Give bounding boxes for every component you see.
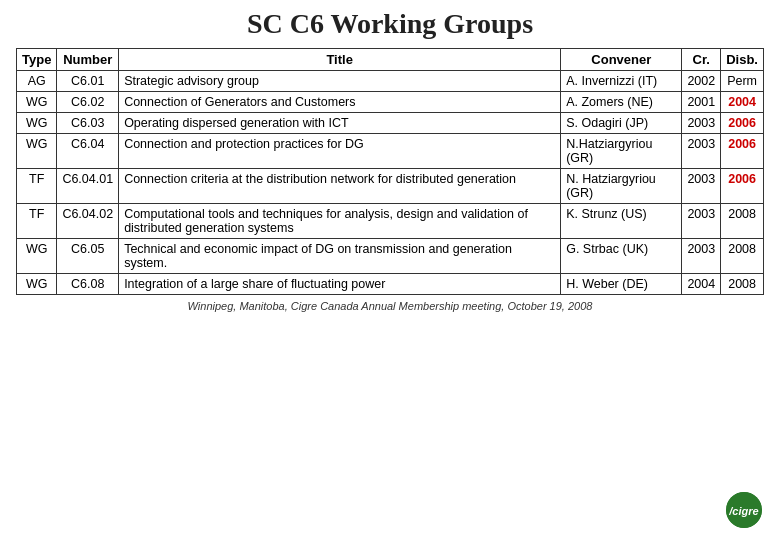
cell-type: TF — [17, 204, 57, 239]
cell-type: TF — [17, 169, 57, 204]
col-number: Number — [57, 49, 119, 71]
cell-disb: 2008 — [721, 274, 764, 295]
table-row: WGC6.05Technical and economic impact of … — [17, 239, 764, 274]
cell-type: WG — [17, 113, 57, 134]
footer-text: Winnipeg, Manitoba, Cigre Canada Annual … — [16, 300, 764, 312]
cell-convener: A. Zomers (NE) — [561, 92, 682, 113]
col-convener: Convener — [561, 49, 682, 71]
cell-number: C6.03 — [57, 113, 119, 134]
working-groups-table: Type Number Title Convener Cr. Disb. AGC… — [16, 48, 764, 295]
cell-disb: 2006 — [721, 113, 764, 134]
logo-circle: /cigre — [726, 492, 762, 528]
table-row: TFC6.04.02Computational tools and techni… — [17, 204, 764, 239]
cell-title: Connection criteria at the distribution … — [119, 169, 561, 204]
col-disb: Disb. — [721, 49, 764, 71]
cell-cr: 2003 — [682, 134, 721, 169]
cell-cr: 2003 — [682, 239, 721, 274]
cell-number: C6.04.02 — [57, 204, 119, 239]
cell-cr: 2001 — [682, 92, 721, 113]
cell-number: C6.01 — [57, 71, 119, 92]
col-cr: Cr. — [682, 49, 721, 71]
cell-convener: N.Hatziargyriou (GR) — [561, 134, 682, 169]
page-wrapper: SC C6 Working Groups Type Number Title C… — [0, 0, 780, 540]
cell-disb: 2008 — [721, 239, 764, 274]
cell-disb: 2008 — [721, 204, 764, 239]
table-row: WGC6.03Operating dispersed generation wi… — [17, 113, 764, 134]
cell-title: Operating dispersed generation with ICT — [119, 113, 561, 134]
cell-cr: 2002 — [682, 71, 721, 92]
table-row: TFC6.04.01Connection criteria at the dis… — [17, 169, 764, 204]
svg-text:/cigre: /cigre — [728, 505, 758, 517]
cell-number: C6.02 — [57, 92, 119, 113]
table-row: WGC6.04Connection and protection practic… — [17, 134, 764, 169]
cell-title: Strategic advisory group — [119, 71, 561, 92]
cell-number: C6.04.01 — [57, 169, 119, 204]
cell-title: Computational tools and techniques for a… — [119, 204, 561, 239]
cell-disb: 2006 — [721, 134, 764, 169]
table-header-row: Type Number Title Convener Cr. Disb. — [17, 49, 764, 71]
cell-type: WG — [17, 274, 57, 295]
page-title: SC C6 Working Groups — [16, 8, 764, 40]
cell-type: AG — [17, 71, 57, 92]
cell-number: C6.05 — [57, 239, 119, 274]
table-row: AGC6.01Strategic advisory groupA. Invern… — [17, 71, 764, 92]
cell-cr: 2003 — [682, 169, 721, 204]
cell-convener: H. Weber (DE) — [561, 274, 682, 295]
cell-title: Technical and economic impact of DG on t… — [119, 239, 561, 274]
cell-disb: 2006 — [721, 169, 764, 204]
cell-convener: S. Odagiri (JP) — [561, 113, 682, 134]
cell-convener: A. Invernizzi (IT) — [561, 71, 682, 92]
cell-number: C6.08 — [57, 274, 119, 295]
cell-disb: 2004 — [721, 92, 764, 113]
cell-type: WG — [17, 134, 57, 169]
cell-number: C6.04 — [57, 134, 119, 169]
cell-convener: K. Strunz (US) — [561, 204, 682, 239]
cell-title: Connection and protection practices for … — [119, 134, 561, 169]
table-row: WGC6.02Connection of Generators and Cust… — [17, 92, 764, 113]
cigre-logo-area: /cigre — [726, 492, 762, 528]
cell-title: Integration of a large share of fluctuat… — [119, 274, 561, 295]
cigre-logo: /cigre — [726, 492, 762, 528]
cell-type: WG — [17, 92, 57, 113]
cell-type: WG — [17, 239, 57, 274]
table-row: WGC6.08Integration of a large share of f… — [17, 274, 764, 295]
cell-cr: 2003 — [682, 204, 721, 239]
cell-disb: Perm — [721, 71, 764, 92]
col-type: Type — [17, 49, 57, 71]
col-title: Title — [119, 49, 561, 71]
cell-title: Connection of Generators and Customers — [119, 92, 561, 113]
cell-convener: G. Strbac (UK) — [561, 239, 682, 274]
cell-cr: 2004 — [682, 274, 721, 295]
cell-cr: 2003 — [682, 113, 721, 134]
cell-convener: N. Hatziargyriou (GR) — [561, 169, 682, 204]
